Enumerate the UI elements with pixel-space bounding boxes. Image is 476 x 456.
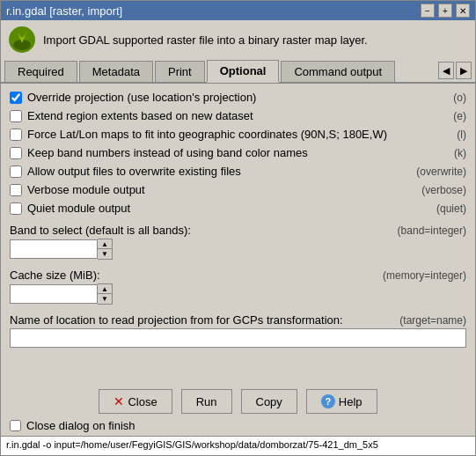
run-label: Run — [196, 395, 217, 408]
allow-overwrite-shortcut: (overwrite) — [416, 165, 466, 178]
band-field-label: Band to select (default is all bands): — [10, 224, 191, 237]
option-force-lat: Force Lat/Lon maps to fit into geographi… — [10, 128, 466, 141]
header-description: Import GDAL supported raster file into a… — [43, 33, 368, 47]
cache-spinner-wrap: 0 ▲ ▼ — [10, 283, 466, 305]
tab-prev-button[interactable]: ◀ — [438, 62, 454, 79]
cache-increment-button[interactable]: ▲ — [98, 284, 112, 294]
extend-region-shortcut: (e) — [453, 110, 466, 122]
window-title: r.in.gdal [raster, import] — [6, 4, 122, 18]
cache-field-label: Cache size (MiB): — [10, 268, 100, 282]
copy-label: Copy — [256, 395, 282, 408]
tabs-row: Required Metadata Print Optional Command… — [1, 59, 475, 84]
help-icon: ? — [321, 394, 335, 408]
main-window: r.in.gdal [raster, import] − + ✕ Import … — [0, 0, 476, 456]
verbose-shortcut: (verbose) — [421, 184, 466, 196]
tab-optional[interactable]: Optional — [207, 60, 280, 83]
band-input[interactable]: 0 — [10, 239, 98, 259]
option-quiet: Quiet module output (quiet) — [10, 202, 466, 215]
window-close-button[interactable]: ✕ — [456, 4, 470, 18]
maximize-button[interactable]: + — [438, 4, 452, 18]
extend-region-checkbox[interactable] — [10, 110, 22, 122]
keep-band-checkbox[interactable] — [10, 147, 22, 159]
location-input[interactable] — [10, 328, 466, 348]
close-finish-checkbox[interactable] — [10, 420, 21, 431]
quiet-label: Quiet module output — [27, 202, 130, 215]
option-allow-overwrite: Allow output files to overwrite existing… — [10, 165, 466, 178]
keep-band-shortcut: (k) — [454, 147, 466, 159]
command-bar: r.in.gdal -o input=/home/user/FegyiGIS/G… — [1, 436, 475, 455]
option-override-proj: Override projection (use location's proj… — [10, 91, 466, 104]
band-field-row: Band to select (default is all bands): (… — [10, 224, 466, 260]
tab-metadata[interactable]: Metadata — [79, 61, 153, 82]
close-finish-row: Close dialog on finish — [1, 419, 475, 436]
keep-band-label: Keep band numbers instead of using band … — [27, 146, 308, 159]
grass-logo — [8, 26, 36, 54]
override-proj-label: Override projection (use location's proj… — [27, 91, 256, 104]
verbose-checkbox[interactable] — [10, 184, 22, 196]
copy-button[interactable]: Copy — [241, 389, 297, 414]
band-field-shortcut: (band=integer) — [398, 224, 466, 237]
title-bar-left: r.in.gdal [raster, import] — [6, 4, 122, 18]
option-extend-region: Extend region extents based on new datas… — [10, 109, 466, 122]
run-button[interactable]: Run — [181, 389, 232, 414]
tab-nav: ◀ ▶ — [438, 62, 472, 79]
buttons-row: ✕ Close Run Copy ? Help — [1, 384, 475, 419]
close-label: Close — [128, 395, 157, 408]
allow-overwrite-label: Allow output files to overwrite existing… — [27, 165, 241, 178]
tab-print[interactable]: Print — [155, 61, 205, 82]
close-icon: ✕ — [114, 394, 124, 408]
band-decrement-button[interactable]: ▼ — [98, 249, 112, 259]
band-spinner-wrap: 0 ▲ ▼ — [10, 239, 466, 260]
cache-input[interactable]: 0 — [10, 284, 98, 304]
band-increment-button[interactable]: ▲ — [98, 239, 112, 249]
location-field-shortcut: (target=name) — [399, 314, 466, 327]
tab-required[interactable]: Required — [4, 61, 77, 82]
cache-decrement-button[interactable]: ▼ — [98, 294, 112, 304]
allow-overwrite-checkbox[interactable] — [10, 165, 22, 178]
force-lat-shortcut: (l) — [457, 129, 466, 141]
location-field-row: Name of location to read projection from… — [10, 313, 466, 348]
title-bar-controls: − + ✕ — [421, 4, 470, 18]
option-verbose: Verbose module output (verbose) — [10, 183, 466, 196]
cache-field-shortcut: (memory=integer) — [383, 269, 466, 282]
close-finish-label: Close dialog on finish — [26, 419, 135, 432]
force-lat-checkbox[interactable] — [10, 129, 22, 141]
band-spinner-buttons: ▲ ▼ — [98, 239, 113, 260]
force-lat-label: Force Lat/Lon maps to fit into geographi… — [27, 128, 387, 141]
location-field-label: Name of location to read projection from… — [10, 313, 343, 327]
option-keep-band: Keep band numbers instead of using band … — [10, 146, 466, 159]
quiet-checkbox[interactable] — [10, 202, 22, 215]
tab-next-button[interactable]: ▶ — [456, 62, 472, 79]
content-area: Override projection (use location's proj… — [1, 84, 475, 384]
override-proj-shortcut: (o) — [453, 92, 466, 104]
help-button[interactable]: ? Help — [306, 389, 377, 414]
verbose-label: Verbose module output — [27, 183, 145, 196]
override-proj-checkbox[interactable] — [10, 92, 22, 104]
tab-command-output[interactable]: Command output — [281, 61, 395, 82]
extend-region-label: Extend region extents based on new datas… — [27, 109, 253, 122]
cache-spinner-buttons: ▲ ▼ — [98, 283, 113, 305]
header-area: Import GDAL supported raster file into a… — [1, 20, 475, 59]
title-bar: r.in.gdal [raster, import] − + ✕ — [1, 1, 475, 20]
help-label: Help — [339, 395, 362, 408]
close-button[interactable]: ✕ Close — [99, 389, 172, 414]
minimize-button[interactable]: − — [421, 4, 435, 18]
quiet-shortcut: (quiet) — [436, 202, 466, 215]
cache-field-row: Cache size (MiB): (memory=integer) 0 ▲ ▼ — [10, 268, 466, 305]
